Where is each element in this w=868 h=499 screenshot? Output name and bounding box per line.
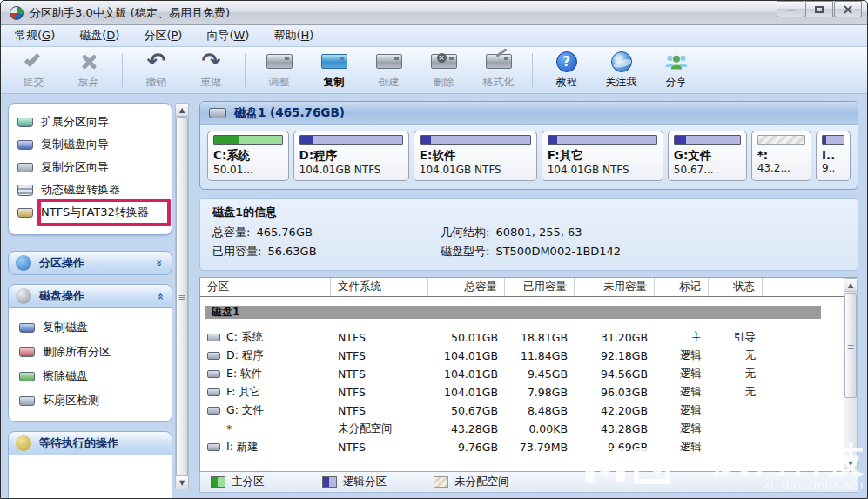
legend-unallocated: 未分配空间 [434,475,545,489]
resize-button[interactable]: 调整 [252,49,306,91]
section-header-pending-operations[interactable]: 等待执行的操作 [8,431,172,455]
sidebar-item-copy-partition-wizard[interactable]: 复制分区向导 [16,156,168,179]
usage-bar [674,135,741,145]
undo-button[interactable]: 撤销 [129,49,184,91]
disk-map-header: 磁盘1 (465.76GB) [200,102,858,125]
disk-map-panel: 磁盘1 (465.76GB) C:系统 50.01... D:程序 104.01… [199,101,858,190]
drive-delete-icon: × [431,54,457,69]
section-header-partition-ops[interactable]: 分区操作 [8,251,172,275]
toolbar: 提交 放弃 撤销 重做 调整 [1,47,867,94]
partition-block-unallocated[interactable]: *: 43.2... [751,131,811,181]
table-row[interactable]: I: 新建 NTFS 9.76GB 73.79MB 9.69GB 逻辑 [200,438,844,456]
drive-stack-icon [17,185,33,196]
app-logo-icon [10,6,24,20]
header-tag: 标记 [655,278,709,296]
pending-operations-list [8,455,172,499]
tutorial-button[interactable]: ? 教程 [539,49,594,91]
sidebar-item-bad-sector-test[interactable]: 坏扇区检测 [17,388,166,413]
redo-button[interactable]: 重做 [184,49,239,91]
table-row[interactable]: D: 程序 NTFS 104.01GB 11.84GB 92.18GB 逻辑 无 [200,347,844,365]
disk-icon [209,108,226,118]
table-row[interactable]: E: 软件 NTFS 104.01GB 9.45GB 94.56GB 逻辑 无 [200,365,844,383]
partition-block-d[interactable]: D:程序 104.01GB NTFS [293,131,409,181]
disk-ops-list: 复制磁盘 删除所有分区 擦除磁盘 坏扇区检测 [8,308,172,422]
table-scrollbar[interactable] [844,278,858,471]
partition-block-e[interactable]: E:软件 104.01GB NTFS [414,131,537,181]
menu-partition[interactable]: 分区(P) [144,28,182,44]
drive-gray-icon [17,163,33,172]
sidebar-item-extend-partition-wizard[interactable]: 扩展分区向导 [16,111,168,133]
sidebar-scroll-track[interactable] [176,117,188,475]
table-row[interactable]: C: 系统 NTFS 50.01GB 18.81GB 31.20GB 主 引导 [200,328,844,347]
sidebar-item-dynamic-disk-converter[interactable]: 动态磁盘转换器 [16,179,168,201]
drive-green-icon [19,372,35,381]
usage-bar [548,135,657,145]
table-header-row: 分区 文件系统 总容量 已用容量 未用容量 标记 状态 [200,278,844,297]
sidebar: 扩展分区向导 复制磁盘向导 复制分区向导 动态磁盘转换器 [1,94,191,498]
table-row[interactable]: F: 其它 NTFS 104.01GB 7.98GB 96.03GB 逻辑 无 [200,383,844,401]
redo-arrow-icon [202,51,221,71]
sidebar-item-wipe-disk[interactable]: 擦除磁盘 [17,364,166,388]
close-button[interactable] [834,1,862,17]
menu-disk[interactable]: 磁盘(D) [79,28,119,44]
gears-icon [16,288,31,304]
content-area: 扩展分区向导 复制磁盘向导 复制分区向导 动态磁盘转换器 [1,94,867,498]
toolbar-separator [532,53,533,87]
scroll-down-arrow-icon[interactable] [844,457,857,470]
partition-block-c[interactable]: C:系统 50.01... [207,131,289,181]
partition-drive-icon [207,388,220,396]
menu-wizard[interactable]: 向导(W) [206,28,249,44]
sidebar-scroll-thumb[interactable] [176,117,188,475]
menu-help[interactable]: 帮助(H) [273,28,313,44]
partition-block-i[interactable]: I.. 9.. [816,131,851,181]
copy-button[interactable]: 复制 [306,49,361,91]
sidebar-item-copy-disk[interactable]: 复制磁盘 [17,315,166,340]
header-free: 未用容量 [575,278,655,296]
table-scroll-thumb[interactable] [844,293,857,398]
partition-block-g[interactable]: G:文件 50.67... [668,131,747,181]
sidebar-panels: 扩展分区向导 复制磁盘向导 复制分区向导 动态磁盘转换器 [8,103,172,489]
share-button[interactable]: 分享 [649,49,703,91]
scroll-up-arrow-icon[interactable] [176,104,188,117]
cross-icon [80,53,98,71]
scroll-up-arrow-icon[interactable] [844,279,857,292]
section-header-disk-ops[interactable]: 磁盘操作 [8,284,172,308]
globe-icon [611,51,632,72]
title-bar: 分区助手3.0中文版 (稳定、易用且免费) [1,1,867,25]
usage-bar [757,135,805,145]
follow-me-button[interactable]: 关注我 [594,49,649,91]
grip-icon [178,290,185,303]
table-scroll-track[interactable] [844,292,857,457]
drive-blue-icon [19,323,35,333]
legend-primary: 主分区 [211,475,322,489]
scroll-down-arrow-icon[interactable] [176,475,188,489]
disk-group-row[interactable]: 磁盘1 [205,306,821,319]
discard-button[interactable]: 放弃 [61,49,116,91]
disk-info-panel: 磁盘1的信息 总容量:465.76GB 几何结构:60801, 255, 63 … [199,198,858,271]
minimize-button[interactable] [777,1,804,17]
maximize-button[interactable] [805,1,833,17]
chevron-up-icon [156,290,163,303]
sidebar-item-copy-disk-wizard[interactable]: 复制磁盘向导 [16,133,168,156]
drive-format-icon [486,54,512,69]
toolbar-group-apply: 提交 放弃 [6,49,116,91]
commit-button[interactable]: 提交 [6,49,61,91]
drive-teal-icon [17,118,33,127]
table-row[interactable]: * 未分配空间 43.28GB 0.00KB 43.28GB 逻辑 [200,420,844,438]
format-button[interactable]: 格式化 [471,49,526,91]
sidebar-scrollbar[interactable] [175,103,189,489]
wrench-icon [495,48,507,57]
table-row[interactable]: G: 文件 NTFS 50.67GB 8.48GB 42.20GB 逻辑 [200,401,844,420]
menu-general[interactable]: 常规(G) [15,28,55,44]
partition-drive-icon [207,352,220,360]
question-badge-icon: ? [556,51,577,72]
sidebar-item-ntfs-fat32-converter[interactable]: NTFS与FAT32转换器 [16,201,168,224]
partition-block-f[interactable]: F:其它 104.01GB NTFS [542,131,663,181]
sidebar-item-delete-all-partitions[interactable]: 删除所有分区 [17,340,166,364]
menu-bar: 常规(G) 磁盘(D) 分区(P) 向导(W) 帮助(H) [1,25,867,47]
toolbar-separator [122,53,123,87]
header-filesystem: 文件系统 [331,278,428,296]
drive-blue-icon [17,140,33,150]
create-button[interactable]: 创建 [361,49,416,91]
delete-button[interactable]: × 删除 [416,49,471,91]
